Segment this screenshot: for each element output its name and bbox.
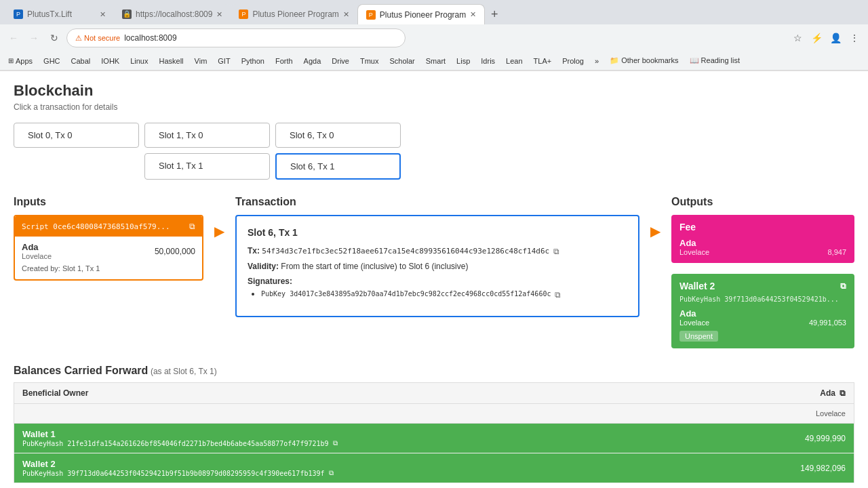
wallet2-pubhash: PubKeyHash 39f713d0a644253f04529421b9f51… <box>22 469 714 477</box>
back-button[interactable]: ← <box>5 30 22 46</box>
bookmark-idris[interactable]: Idris <box>478 56 498 66</box>
wallet2-cell: Wallet 2 PubKeyHash 39f713d0a644253f0452… <box>14 453 722 483</box>
validity-text: From the start of time (inclusive) to Sl… <box>281 262 468 271</box>
ada-info: Ada Lovelace 50,000,000 <box>22 242 195 260</box>
wallet2-row: Wallet 2 PubKeyHash 39f713d0a644253f0452… <box>14 453 854 483</box>
tab-favicon-plutustx: P <box>14 9 23 19</box>
bookmark-star-icon[interactable]: ☆ <box>789 30 806 46</box>
bookmark-more[interactable]: » <box>592 56 601 66</box>
copy-pubkey-icon[interactable]: ⧉ <box>555 290 561 300</box>
bookmark-lean[interactable]: Lean <box>503 56 525 66</box>
address-bar: ← → ↻ ⚠ Not secure localhost:8009 ☆ ⚡ 👤 … <box>0 24 868 52</box>
tab-pioneer1[interactable]: P Plutus Pioneer Program ✕ <box>231 4 357 24</box>
bookmark-apps[interactable]: ⊞ Apps <box>5 56 35 66</box>
new-tab-button[interactable]: + <box>485 5 504 24</box>
bookmark-git[interactable]: GIT <box>215 56 233 66</box>
tab-favicon-localhost: 🔒 <box>122 9 132 19</box>
slots-container: Slot 0, Tx 0 Slot 1, Tx 0 Slot 6, Tx 0 S… <box>14 123 854 180</box>
balances-table-body: Wallet 1 PubKeyHash 21fe31dfa154a261626b… <box>14 424 854 483</box>
bookmark-forth[interactable]: Forth <box>273 56 296 66</box>
created-by: Created by: Slot 1, Tx 1 <box>22 264 195 272</box>
page-subtitle: Click a transaction for details <box>14 102 854 112</box>
forward-button[interactable]: → <box>26 30 42 46</box>
bookmark-haskell[interactable]: Haskell <box>156 56 186 66</box>
tx-hash-row: Tx: 54f34d3c7e1fbc3ec52f18aee617ca15e4c8… <box>248 246 627 256</box>
slot-1-tx-0[interactable]: Slot 1, Tx 0 <box>144 123 270 148</box>
bookmark-lisp[interactable]: Lisp <box>454 56 473 66</box>
copy-wallet2-hash-icon[interactable]: ⧉ <box>329 469 334 477</box>
balances-subheader-row: Lovelace <box>14 404 854 424</box>
script-input-box: Script 0ce6c4800847368510af579... ⧉ Ada … <box>14 215 203 281</box>
reload-button[interactable]: ↻ <box>46 30 62 46</box>
wallet1-row: Wallet 1 PubKeyHash 21fe31dfa154a261626b… <box>14 424 854 453</box>
tab-pioneer2[interactable]: P Plutus Pioneer Program ✕ <box>357 4 485 24</box>
bookmark-iohk[interactable]: IOHK <box>98 56 122 66</box>
slot-0-tx-0[interactable]: Slot 0, Tx 0 <box>14 123 139 148</box>
slot-6-tx-0[interactable]: Slot 6, Tx 0 <box>275 123 401 148</box>
ada-row: Ada Lovelace 50,000,000 <box>22 242 195 260</box>
slot-6-tx-1[interactable]: Slot 6, Tx 1 <box>275 153 401 180</box>
copy-ada-icon[interactable]: ⧉ <box>840 388 846 398</box>
bookmark-smart[interactable]: Smart <box>423 56 448 66</box>
signature-item: PubKey 3d4017c3e843895a92b70aa74d1b7ebc9… <box>261 289 627 300</box>
signatures-label: Signatures: <box>248 277 292 286</box>
tab-plutustx[interactable]: P PlutusTx.Lift ✕ <box>5 4 114 24</box>
bookmark-other[interactable]: 📁 Other bookmarks <box>607 55 681 66</box>
wallet2-amount: 149,982,096 <box>722 453 854 483</box>
tab-favicon-pioneer1: P <box>239 9 248 19</box>
balances-subtitle: (as at Slot 6, Tx 1) <box>151 367 217 376</box>
signatures-list: PubKey 3d4017c3e843895a92b70aa74d1b7ebc9… <box>248 289 627 300</box>
bookmark-linux[interactable]: Linux <box>127 56 151 66</box>
wallet2-pubkey: PubKeyHash 39f713d0a644253f04529421b... <box>679 296 846 303</box>
address-input[interactable]: ⚠ Not secure localhost:8009 <box>66 28 406 47</box>
bookmark-ghc[interactable]: GHC <box>41 56 62 66</box>
bookmarks-bar: ⊞ Apps GHC Cabal IOHK Linux Haskell Vim … <box>0 52 868 70</box>
settings-icon[interactable]: ⋮ <box>846 30 863 46</box>
bookmark-tmux[interactable]: Tmux <box>357 56 382 66</box>
bookmark-reading[interactable]: 📖 Reading list <box>687 55 743 66</box>
col-beneficial-owner: Beneficial Owner <box>14 383 722 404</box>
tab-bar: P PlutusTx.Lift ✕ 🔒 https://localhost:80… <box>0 0 868 24</box>
bookmark-drive[interactable]: Drive <box>329 56 352 66</box>
bookmark-tla[interactable]: TLA+ <box>531 56 555 66</box>
tx-validity-row: Validity: From the start of time (inclus… <box>248 262 627 271</box>
bookmark-prolog[interactable]: Prolog <box>559 56 587 66</box>
profile-icon[interactable]: 👤 <box>827 30 844 46</box>
copy-wallet1-hash-icon[interactable]: ⧉ <box>333 439 338 447</box>
tab-label-plutustx: PlutusTx.Lift <box>27 9 72 19</box>
address-text: localhost:8009 <box>124 33 176 43</box>
wallet2-lovelace-row: Lovelace 49,991,053 <box>679 319 846 327</box>
bookmark-python[interactable]: Python <box>239 56 267 66</box>
copy-script-icon[interactable]: ⧉ <box>189 222 195 231</box>
fee-amount: 8,947 <box>827 248 846 256</box>
tab-close-pioneer2[interactable]: ✕ <box>470 10 476 19</box>
tab-label-localhost: https://localhost:8009 <box>136 9 212 19</box>
fee-lovelace-label: Lovelace <box>679 248 709 256</box>
tab-close-pioneer1[interactable]: ✕ <box>343 10 349 19</box>
tab-close-plutustx[interactable]: ✕ <box>100 10 106 19</box>
tab-close-localhost[interactable]: ✕ <box>216 10 222 19</box>
copy-wallet2-icon[interactable]: ⧉ <box>840 281 846 291</box>
bookmark-vim[interactable]: Vim <box>192 56 210 66</box>
wallet1-amount: 49,999,990 <box>722 424 854 453</box>
ada-label: Ada <box>22 242 52 252</box>
transaction-section: Transaction Slot 6, Tx 1 Tx: 54f34d3c7e1… <box>235 196 639 317</box>
bookmark-scholar[interactable]: Scholar <box>387 56 417 66</box>
copy-tx-hash-icon[interactable]: ⧉ <box>553 247 559 256</box>
validity-label: Validity: <box>248 262 279 271</box>
bookmark-cabal[interactable]: Cabal <box>68 56 94 66</box>
tx-hash-value: 54f34d3c7e1fbc3ec52f18aee617ca15e4c89935… <box>262 247 549 256</box>
inputs-title: Inputs <box>14 196 203 208</box>
slot-1-tx-1[interactable]: Slot 1, Tx 1 <box>144 153 270 180</box>
tx-box: Slot 6, Tx 1 Tx: 54f34d3c7e1fbc3ec52f18a… <box>235 215 639 317</box>
transaction-title: Transaction <box>235 196 639 208</box>
tx-signatures-row: Signatures: PubKey 3d4017c3e843895a92b70… <box>248 277 627 300</box>
toolbar-icons: ☆ ⚡ 👤 ⋮ <box>789 30 863 46</box>
tab-localhost[interactable]: 🔒 https://localhost:8009 ✕ <box>114 4 231 24</box>
tab-label-pioneer1: Plutus Pioneer Program <box>252 9 338 19</box>
fee-box: Fee Ada Lovelace 8,947 <box>671 215 854 263</box>
extensions-icon[interactable]: ⚡ <box>808 30 825 46</box>
wallet1-name: Wallet 1 <box>22 429 714 439</box>
balances-title: Balances Carried Forward <box>14 365 148 376</box>
bookmark-agda[interactable]: Agda <box>301 56 324 66</box>
